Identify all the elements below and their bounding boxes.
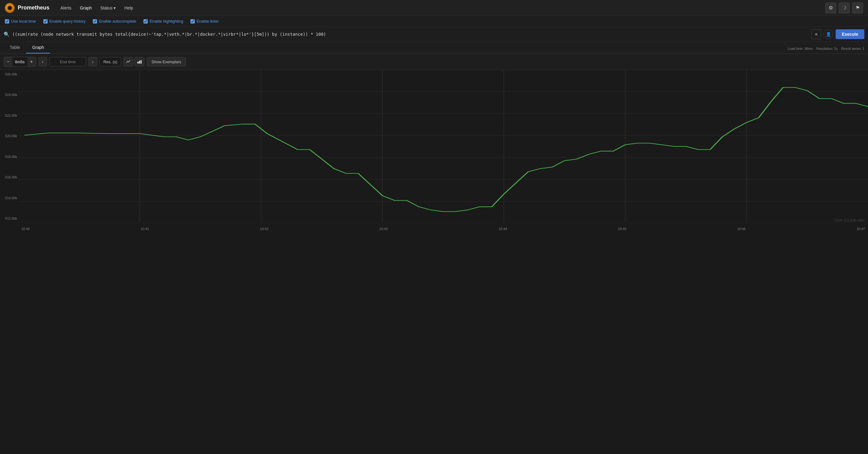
svg-rect-1: [139, 61, 140, 63]
x-label-5: 10:45: [618, 227, 627, 231]
x-label-2: 10:42: [260, 227, 269, 231]
linter-input[interactable]: [190, 19, 195, 24]
logo: Prometheus: [5, 3, 50, 13]
query-history-input[interactable]: [43, 19, 48, 24]
metrics-list-button[interactable]: ≡: [811, 29, 821, 39]
highlighting-input[interactable]: [144, 19, 148, 24]
stacked-chart-button[interactable]: [134, 57, 144, 66]
y-label-2: 522.00k: [1, 114, 17, 117]
nav-help[interactable]: Help: [121, 4, 137, 12]
nav-graph[interactable]: Graph: [76, 4, 96, 12]
y-label-5: 516.00k: [1, 175, 17, 179]
x-label-4: 10:44: [499, 227, 507, 231]
y-label-1: 524.00k: [1, 93, 17, 96]
tab-meta: Load time: 36ms Resolution: 2s Result se…: [788, 47, 864, 54]
range-increase-button[interactable]: +: [27, 57, 36, 66]
x-label-7: 10:47: [857, 227, 865, 231]
settings-icon[interactable]: ⚙: [825, 2, 836, 13]
x-label-1: 10:41: [141, 227, 149, 231]
tab-bar: Table Graph Load time: 36ms Resolution: …: [0, 42, 868, 54]
y-axis-labels: 526.00k 524.00k 522.00k 520.00k 518.00k …: [0, 70, 18, 223]
range-decrease-button[interactable]: −: [4, 57, 12, 66]
nav-alerts[interactable]: Alerts: [57, 4, 75, 12]
chart-canvas: [18, 70, 868, 223]
app-title: Prometheus: [18, 5, 50, 11]
range-stepper: − 8m5s +: [4, 57, 36, 66]
flag-icon[interactable]: ⚑: [852, 2, 863, 13]
theme-toggle-icon[interactable]: ☽: [839, 2, 850, 13]
y-label-4: 518.00k: [1, 155, 17, 159]
autocomplete-input[interactable]: [93, 19, 97, 24]
y-label-7: 512.00k: [1, 217, 17, 220]
search-bar: 🔍 ≡ 👤 Execute: [0, 27, 868, 42]
x-label-3: 10:43: [379, 227, 388, 231]
checkbox-highlighting[interactable]: Enable highlighting: [144, 19, 183, 24]
y-label-0: 526.00k: [1, 73, 17, 76]
query-input[interactable]: [12, 32, 809, 37]
result-series: Result series: 1: [841, 47, 864, 50]
x-label-0: 10:40: [21, 227, 30, 231]
checkbox-linter[interactable]: Enable linter: [190, 19, 219, 24]
y-label-6: 514.00k: [1, 196, 17, 200]
chart-svg: [18, 70, 868, 223]
chart-line: [24, 87, 868, 211]
y-label-3: 520.00k: [1, 134, 17, 138]
svg-rect-0: [137, 62, 138, 63]
checkbox-local-time[interactable]: Use local time: [5, 19, 36, 24]
local-time-input[interactable]: [5, 19, 9, 24]
next-time-button[interactable]: ›: [89, 57, 97, 66]
x-label-6: 10:46: [737, 227, 746, 231]
main-nav: Alerts Graph Status ▾ Help: [57, 4, 137, 12]
show-exemplars-button[interactable]: Show Exemplars: [147, 57, 186, 66]
line-chart-button[interactable]: [124, 57, 133, 66]
resolution: Resolution: 2s: [816, 47, 837, 50]
x-axis-labels: 10:40 10:41 10:42 10:43 10:44 10:45 10:4…: [18, 227, 868, 231]
header-actions: ⚙ ☽ ⚑: [825, 2, 863, 13]
range-value: 8m5s: [12, 57, 27, 66]
checkboxes-bar: Use local time Enable query history Enab…: [0, 16, 868, 27]
load-time: Load time: 36ms: [788, 47, 812, 50]
checkbox-query-history[interactable]: Enable query history: [43, 19, 86, 24]
resolution-button[interactable]: Res. (s): [99, 57, 121, 66]
tab-graph[interactable]: Graph: [26, 42, 50, 54]
tabs: Table Graph: [4, 42, 50, 54]
chevron-down-icon: ▾: [114, 5, 116, 10]
prev-time-button[interactable]: ‹: [38, 57, 47, 66]
execute-button[interactable]: Execute: [836, 29, 864, 39]
chart-area: 526.00k 524.00k 522.00k 520.00k 518.00k …: [0, 70, 868, 232]
watermark: CSDN @互联网小网社: [834, 219, 865, 223]
logo-icon: [5, 3, 14, 13]
header: Prometheus Alerts Graph Status ▾ Help ⚙ …: [0, 0, 868, 16]
user-icon-button[interactable]: 👤: [824, 29, 833, 39]
checkbox-autocomplete[interactable]: Enable autocomplete: [93, 19, 136, 24]
graph-controls: − 8m5s + ‹ End time › Res. (s) Show Exem…: [0, 54, 868, 70]
nav-status[interactable]: Status ▾: [97, 4, 120, 12]
tab-table[interactable]: Table: [4, 42, 26, 54]
svg-rect-2: [141, 60, 142, 63]
search-icon: 🔍: [4, 31, 10, 37]
search-actions: ≡ 👤 Execute: [811, 29, 864, 39]
end-time-button[interactable]: End time: [50, 57, 86, 66]
chart-type-group: [124, 57, 144, 66]
